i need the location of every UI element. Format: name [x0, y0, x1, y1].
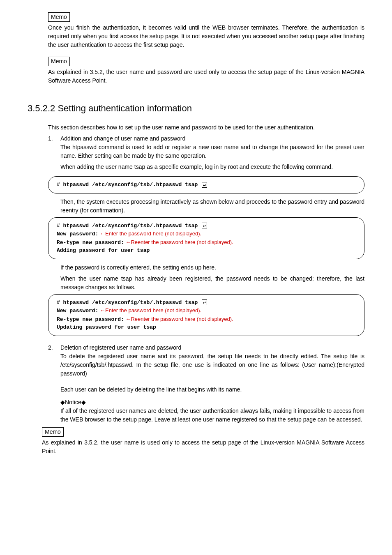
- code3-l1-hash: #: [57, 299, 63, 306]
- code3-l3-note: ←Reenter the password here (not displaye…: [124, 316, 233, 322]
- notice-label: ◆Notice◆: [60, 398, 364, 407]
- item1-number: 1.: [48, 134, 60, 174]
- code-box-1: # htpasswd /etc/sysconfig/tsb/.htpasswd …: [48, 176, 364, 193]
- item2-number: 2.: [48, 343, 60, 426]
- code2-l1-hash: #: [57, 223, 63, 229]
- memo2-text: As explained in 3.5.2, the user name and…: [48, 68, 364, 85]
- code-box-2: # htpasswd /etc/sysconfig/tsb/.htpasswd …: [48, 217, 364, 259]
- enter-key-icon: ↵: [202, 223, 207, 228]
- code2-l1-cmd: htpasswd /etc/sysconfig/tsb/.htpasswd ts…: [63, 223, 198, 229]
- item1-title: Addition and change of user name and pas…: [60, 134, 364, 143]
- item2-title: Deletion of registered user name and pas…: [60, 343, 364, 352]
- code2-l4: Adding password for user tsap: [57, 247, 150, 253]
- code3-l2-note: ←Enter the password here (not displayed)…: [98, 307, 201, 313]
- enter-key-icon: ↵: [202, 182, 207, 188]
- section-heading: 3.5.2.2 Setting authentication informati…: [28, 101, 364, 115]
- code2-l2-pre: New password:: [57, 231, 98, 237]
- code2-l3-note: ←Reenter the password here (not displaye…: [124, 239, 233, 245]
- memo1-text: Once you finish the authentication, it b…: [48, 23, 364, 49]
- code3-l3-pre: Re-type new password:: [57, 316, 124, 322]
- memo-box-1: Memo: [48, 12, 70, 22]
- memo-box-3: Memo: [42, 427, 64, 437]
- item1-p5: When the user name tsap has already been…: [60, 274, 364, 292]
- code3-l1-cmd: htpasswd /etc/sysconfig/tsb/.htpasswd ts…: [63, 299, 198, 306]
- code1-cmd: htpasswd /etc/sysconfig/tsb/.htpasswd ts…: [63, 182, 198, 188]
- item2-p2: Each user can be deleted by deleting the…: [60, 385, 364, 394]
- notice-text: If all of the registered user names are …: [60, 407, 364, 424]
- item1-p2: When adding the user name tsap as a spec…: [60, 163, 364, 171]
- code-box-3: # htpasswd /etc/sysconfig/tsb/.htpasswd …: [48, 294, 364, 336]
- code3-l4: Updating password for user tsap: [57, 324, 156, 330]
- item1-p1: The htpasswd command is used to add or r…: [60, 143, 364, 160]
- code3-l2-pre: New password:: [57, 308, 98, 314]
- memo3-text: As explained in 3.5.2, the user name is …: [42, 438, 364, 456]
- intro-text: This section describes how to set up the…: [48, 123, 364, 132]
- code2-l3-pre: Re-type new password:: [57, 240, 124, 246]
- memo-box-2: Memo: [48, 57, 70, 66]
- code1-hash: #: [57, 182, 63, 188]
- item1-p3: Then, the system executes processing int…: [60, 198, 364, 215]
- code2-l2-note: ←Enter the password here (not displayed)…: [98, 230, 201, 237]
- enter-key-icon: ↵: [202, 299, 207, 305]
- item2-p1: To delete the registered user name and i…: [60, 352, 364, 378]
- item1-p4: If the password is correctly entered, th…: [60, 263, 364, 272]
